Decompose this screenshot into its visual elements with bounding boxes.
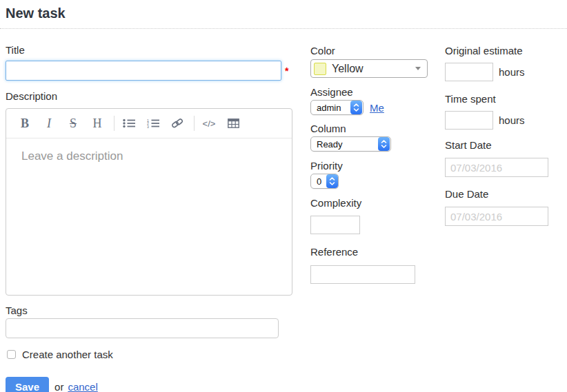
- reference-input[interactable]: [310, 265, 415, 284]
- color-label: Color: [310, 45, 435, 56]
- middle-column: Color Yellow Assignee admin Me Column Re…: [310, 39, 435, 284]
- color-swatch-yellow: [314, 63, 326, 75]
- start-date-input[interactable]: [445, 158, 548, 177]
- assignee-label: Assignee: [310, 86, 435, 98]
- tags-input[interactable]: [6, 318, 279, 338]
- bold-icon[interactable]: B: [17, 115, 32, 132]
- time-spent-row: hours: [445, 111, 567, 130]
- color-selected-value: Yellow: [332, 63, 415, 75]
- original-estimate-input[interactable]: [445, 63, 493, 81]
- select-stepper-icon: [350, 101, 362, 114]
- svg-text:3: 3: [147, 125, 149, 128]
- select-stepper-icon: [378, 137, 390, 151]
- strikethrough-icon[interactable]: S: [66, 115, 81, 132]
- original-estimate-row: hours: [445, 63, 567, 81]
- bullet-list-icon[interactable]: [121, 115, 137, 132]
- color-select[interactable]: Yellow: [310, 59, 428, 78]
- assignee-selected-value: admin: [311, 103, 345, 113]
- complexity-input[interactable]: [310, 216, 360, 234]
- required-marker: *: [285, 65, 288, 76]
- toolbar-separator: [114, 116, 115, 131]
- chevron-down-icon: [415, 67, 421, 70]
- column-selected-value: Ready: [311, 139, 347, 149]
- italic-icon[interactable]: I: [41, 115, 57, 132]
- or-text: or: [54, 381, 63, 392]
- heading-icon[interactable]: H: [90, 115, 105, 132]
- priority-selected-value: 0: [311, 176, 326, 187]
- column-select[interactable]: Ready: [310, 136, 391, 152]
- form-actions: Save or cancel: [6, 377, 292, 392]
- link-icon[interactable]: [170, 115, 185, 132]
- due-date-label: Due Date: [445, 188, 567, 200]
- title-row: *: [6, 61, 292, 81]
- start-date-label: Start Date: [445, 139, 567, 151]
- description-editor: B I S H 1 2 3: [6, 108, 292, 296]
- assignee-row: admin Me: [310, 100, 435, 115]
- description-textarea[interactable]: [6, 138, 292, 295]
- select-stepper-icon: [326, 174, 338, 188]
- description-label: Description: [6, 90, 292, 102]
- page-title: New task: [6, 6, 567, 21]
- editor-toolbar: B I S H 1 2 3: [6, 109, 292, 138]
- save-button[interactable]: Save: [6, 377, 49, 392]
- create-another-label: Create another task: [22, 349, 113, 360]
- priority-select[interactable]: 0: [310, 174, 339, 189]
- assignee-select[interactable]: admin: [310, 100, 364, 115]
- hours-suffix: hours: [499, 66, 525, 78]
- table-icon[interactable]: [226, 115, 241, 132]
- column-label: Column: [310, 123, 435, 134]
- hours-suffix: hours: [499, 114, 525, 126]
- create-another-row: Create another task: [6, 349, 292, 360]
- tags-label: Tags: [6, 305, 292, 316]
- left-column: Title * Description B I S H: [6, 39, 292, 392]
- title-input[interactable]: [6, 61, 281, 81]
- right-column: Original estimate hours Time spent hours…: [445, 39, 567, 226]
- page-header: New task: [0, 0, 567, 29]
- time-spent-label: Time spent: [445, 93, 567, 105]
- code-icon[interactable]: </>: [201, 115, 217, 132]
- ordered-list-icon[interactable]: 1 2 3: [146, 115, 161, 132]
- cancel-link[interactable]: cancel: [68, 381, 97, 392]
- new-task-page: New task Title * Description B I S H: [0, 0, 567, 392]
- complexity-label: Complexity: [310, 197, 435, 209]
- toolbar-separator: [194, 116, 195, 131]
- reference-label: Reference: [310, 246, 435, 258]
- original-estimate-label: Original estimate: [445, 45, 567, 56]
- time-spent-input[interactable]: [445, 111, 493, 130]
- title-label: Title: [6, 44, 292, 56]
- create-another-checkbox[interactable]: [7, 350, 16, 359]
- priority-label: Priority: [310, 160, 435, 172]
- due-date-input[interactable]: [445, 207, 548, 226]
- assign-to-me-link[interactable]: Me: [370, 102, 384, 114]
